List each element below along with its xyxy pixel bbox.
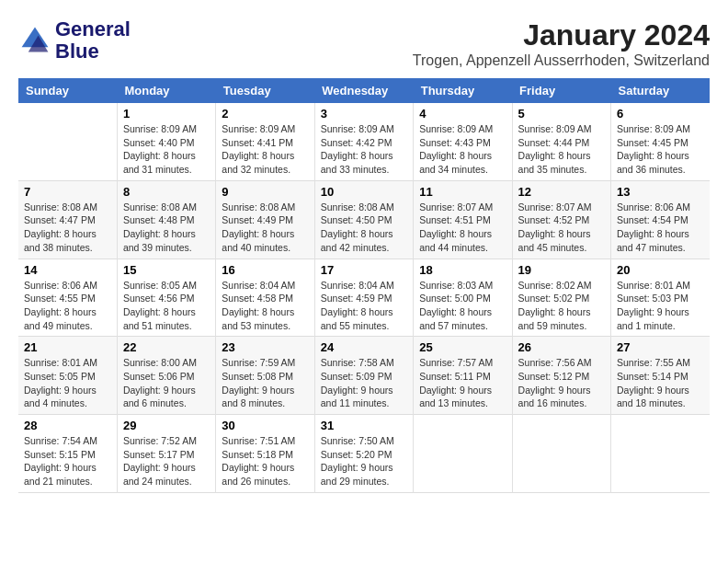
day-number: 11 (419, 185, 506, 199)
page-header: General Blue January 2024 Trogen, Appenz… (18, 18, 710, 69)
day-cell (611, 415, 710, 493)
day-detail: Sunrise: 7:59 AM Sunset: 5:08 PM Dayligh… (222, 356, 308, 410)
day-cell: 6Sunrise: 8:09 AM Sunset: 4:45 PM Daylig… (611, 103, 710, 180)
header-cell-sunday: Sunday (18, 78, 117, 103)
header-cell-wednesday: Wednesday (314, 78, 413, 103)
day-detail: Sunrise: 7:51 AM Sunset: 5:18 PM Dayligh… (222, 434, 308, 488)
day-number: 23 (222, 340, 308, 354)
day-number: 31 (321, 419, 407, 432)
day-cell: 17Sunrise: 8:04 AM Sunset: 4:59 PM Dayli… (314, 259, 413, 337)
week-row-3: 14Sunrise: 8:06 AM Sunset: 4:55 PM Dayli… (18, 259, 710, 337)
day-cell (414, 415, 512, 493)
day-detail: Sunrise: 8:04 AM Sunset: 4:58 PM Dayligh… (222, 279, 308, 333)
day-cell: 29Sunrise: 7:52 AM Sunset: 5:17 PM Dayli… (117, 415, 215, 493)
day-cell: 4Sunrise: 8:09 AM Sunset: 4:43 PM Daylig… (414, 103, 512, 180)
day-number: 7 (24, 185, 111, 199)
day-detail: Sunrise: 8:03 AM Sunset: 5:00 PM Dayligh… (419, 279, 506, 333)
day-cell: 12Sunrise: 8:07 AM Sunset: 4:52 PM Dayli… (512, 180, 610, 259)
logo: General Blue (18, 18, 131, 63)
day-number: 30 (222, 419, 308, 432)
day-cell: 5Sunrise: 8:09 AM Sunset: 4:44 PM Daylig… (512, 103, 610, 180)
day-number: 25 (419, 340, 506, 354)
day-cell: 20Sunrise: 8:01 AM Sunset: 5:03 PM Dayli… (611, 259, 710, 337)
day-cell: 14Sunrise: 8:06 AM Sunset: 4:55 PM Dayli… (18, 259, 117, 337)
day-detail: Sunrise: 8:02 AM Sunset: 5:02 PM Dayligh… (518, 279, 605, 333)
day-number: 29 (123, 419, 210, 432)
day-cell: 23Sunrise: 7:59 AM Sunset: 5:08 PM Dayli… (216, 337, 314, 415)
day-detail: Sunrise: 8:08 AM Sunset: 4:48 PM Dayligh… (123, 201, 210, 255)
title-area: January 2024 Trogen, Appenzell Ausserrho… (413, 18, 710, 69)
day-number: 16 (222, 263, 308, 277)
header-cell-tuesday: Tuesday (216, 78, 314, 103)
day-number: 5 (518, 107, 605, 121)
day-number: 9 (222, 185, 308, 199)
header-cell-friday: Friday (512, 78, 610, 103)
day-detail: Sunrise: 8:04 AM Sunset: 4:59 PM Dayligh… (321, 279, 407, 333)
day-number: 24 (321, 340, 407, 354)
day-detail: Sunrise: 8:01 AM Sunset: 5:05 PM Dayligh… (24, 356, 111, 410)
day-cell (512, 415, 610, 493)
day-cell: 26Sunrise: 7:56 AM Sunset: 5:12 PM Dayli… (512, 337, 610, 415)
day-cell: 30Sunrise: 7:51 AM Sunset: 5:18 PM Dayli… (216, 415, 314, 493)
day-detail: Sunrise: 7:55 AM Sunset: 5:14 PM Dayligh… (617, 356, 704, 410)
week-row-1: 1Sunrise: 8:09 AM Sunset: 4:40 PM Daylig… (18, 103, 710, 180)
day-detail: Sunrise: 8:08 AM Sunset: 4:47 PM Dayligh… (24, 201, 111, 255)
day-detail: Sunrise: 7:52 AM Sunset: 5:17 PM Dayligh… (123, 434, 210, 488)
day-number: 21 (24, 340, 111, 354)
day-cell: 28Sunrise: 7:54 AM Sunset: 5:15 PM Dayli… (18, 415, 117, 493)
day-cell: 22Sunrise: 8:00 AM Sunset: 5:06 PM Dayli… (117, 337, 215, 415)
day-number: 28 (24, 419, 111, 432)
header-row: SundayMondayTuesdayWednesdayThursdayFrid… (18, 78, 710, 103)
day-detail: Sunrise: 8:01 AM Sunset: 5:03 PM Dayligh… (617, 279, 704, 333)
day-cell: 9Sunrise: 8:08 AM Sunset: 4:49 PM Daylig… (216, 180, 314, 259)
day-cell: 16Sunrise: 8:04 AM Sunset: 4:58 PM Dayli… (216, 259, 314, 337)
day-cell: 31Sunrise: 7:50 AM Sunset: 5:20 PM Dayli… (314, 415, 413, 493)
day-detail: Sunrise: 8:06 AM Sunset: 4:55 PM Dayligh… (24, 279, 111, 333)
logo-text: General Blue (55, 18, 131, 63)
day-detail: Sunrise: 7:54 AM Sunset: 5:15 PM Dayligh… (24, 434, 111, 488)
logo-icon (18, 24, 51, 57)
day-number: 3 (321, 107, 407, 121)
day-number: 27 (617, 340, 704, 354)
day-cell: 11Sunrise: 8:07 AM Sunset: 4:51 PM Dayli… (414, 180, 512, 259)
day-number: 1 (123, 107, 210, 121)
day-detail: Sunrise: 8:09 AM Sunset: 4:41 PM Dayligh… (222, 122, 308, 177)
day-detail: Sunrise: 8:09 AM Sunset: 4:42 PM Dayligh… (321, 122, 407, 177)
day-detail: Sunrise: 8:07 AM Sunset: 4:51 PM Dayligh… (419, 201, 506, 255)
logo-line1: General (55, 18, 131, 40)
day-number: 26 (518, 340, 605, 354)
day-number: 6 (617, 107, 704, 121)
day-detail: Sunrise: 7:50 AM Sunset: 5:20 PM Dayligh… (321, 434, 407, 488)
week-row-4: 21Sunrise: 8:01 AM Sunset: 5:05 PM Dayli… (18, 337, 710, 415)
day-detail: Sunrise: 8:08 AM Sunset: 4:50 PM Dayligh… (321, 201, 407, 255)
day-detail: Sunrise: 8:07 AM Sunset: 4:52 PM Dayligh… (518, 201, 605, 255)
day-cell: 8Sunrise: 8:08 AM Sunset: 4:48 PM Daylig… (117, 180, 215, 259)
day-number: 8 (123, 185, 210, 199)
day-number: 2 (222, 107, 308, 121)
week-row-5: 28Sunrise: 7:54 AM Sunset: 5:15 PM Dayli… (18, 415, 710, 493)
day-cell: 15Sunrise: 8:05 AM Sunset: 4:56 PM Dayli… (117, 259, 215, 337)
day-detail: Sunrise: 7:57 AM Sunset: 5:11 PM Dayligh… (419, 356, 506, 410)
header-cell-thursday: Thursday (414, 78, 512, 103)
day-detail: Sunrise: 8:09 AM Sunset: 4:40 PM Dayligh… (123, 122, 210, 177)
day-number: 19 (518, 263, 605, 277)
day-number: 4 (419, 107, 506, 121)
day-detail: Sunrise: 8:06 AM Sunset: 4:54 PM Dayligh… (617, 201, 704, 255)
day-cell: 2Sunrise: 8:09 AM Sunset: 4:41 PM Daylig… (216, 103, 314, 180)
day-number: 13 (617, 185, 704, 199)
day-detail: Sunrise: 8:09 AM Sunset: 4:45 PM Dayligh… (617, 122, 704, 177)
day-detail: Sunrise: 8:09 AM Sunset: 4:43 PM Dayligh… (419, 122, 506, 177)
day-detail: Sunrise: 8:05 AM Sunset: 4:56 PM Dayligh… (123, 279, 210, 333)
day-number: 10 (321, 185, 407, 199)
day-detail: Sunrise: 7:58 AM Sunset: 5:09 PM Dayligh… (321, 356, 407, 410)
subtitle: Trogen, Appenzell Ausserrhoden, Switzerl… (413, 52, 710, 69)
day-cell: 19Sunrise: 8:02 AM Sunset: 5:02 PM Dayli… (512, 259, 610, 337)
day-cell: 24Sunrise: 7:58 AM Sunset: 5:09 PM Dayli… (314, 337, 413, 415)
day-number: 15 (123, 263, 210, 277)
day-number: 14 (24, 263, 111, 277)
day-number: 17 (321, 263, 407, 277)
day-cell: 7Sunrise: 8:08 AM Sunset: 4:47 PM Daylig… (18, 180, 117, 259)
header-cell-saturday: Saturday (611, 78, 710, 103)
day-number: 22 (123, 340, 210, 354)
week-row-2: 7Sunrise: 8:08 AM Sunset: 4:47 PM Daylig… (18, 180, 710, 259)
